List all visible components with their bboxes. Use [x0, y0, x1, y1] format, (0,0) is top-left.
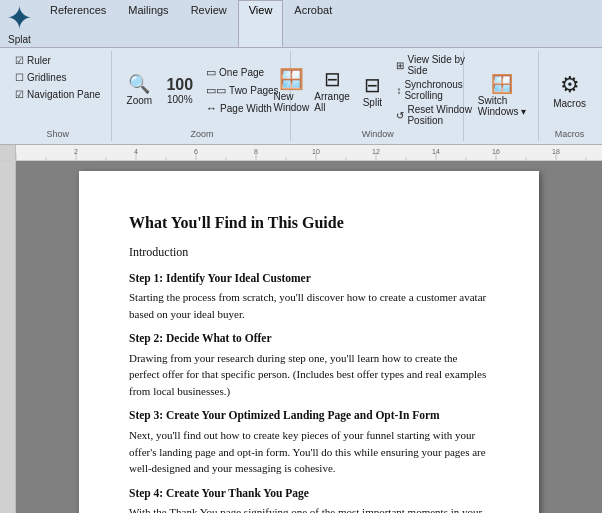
zoom-icon: 🔍	[128, 75, 150, 93]
svg-text:4: 4	[134, 148, 138, 155]
page-width-icon: ↔	[206, 102, 217, 114]
splat-button[interactable]: ✦ Splat	[0, 0, 39, 47]
sync-scroll-icon: ↕	[396, 85, 401, 96]
step4-body: With the Thank You page signifying one o…	[129, 504, 489, 513]
zoom-100-icon: 100	[166, 76, 193, 94]
svg-text:10: 10	[312, 148, 320, 155]
arrange-all-label: ArrangeAll	[314, 91, 350, 113]
checkbox-icon: ☑	[15, 55, 24, 66]
step3-body: Next, you'll find out how to create key …	[129, 427, 489, 477]
svg-text:14: 14	[432, 148, 440, 155]
document-area: What You'll Find in This Guide Introduct…	[0, 161, 602, 513]
side-by-side-icon: ⊞	[396, 60, 404, 71]
split-label: Split	[363, 97, 382, 108]
svg-text:6: 6	[194, 148, 198, 155]
two-pages-icon: ▭▭	[206, 84, 226, 97]
checkbox-icon-nav: ☑	[15, 89, 24, 100]
window-group-label: Window	[362, 127, 394, 139]
horizontal-ruler: 2 4 6 8 10 12 14 16 18	[16, 145, 602, 160]
switch-windows-button[interactable]: 🪟 SwitchWindows ▾	[472, 69, 532, 121]
one-page-icon: ▭	[206, 66, 216, 79]
step4-heading: Step 4: Create Your Thank You Page	[129, 485, 489, 502]
step2-body: Drawing from your research during step o…	[129, 350, 489, 400]
ruler-area: 2 4 6 8 10 12 14 16 18	[0, 145, 602, 161]
document-page: What You'll Find in This Guide Introduct…	[79, 171, 539, 513]
switch-group-content: 🪟 SwitchWindows ▾	[472, 53, 532, 137]
ribbon-tabs: ✦ Splat References Mailings Review View …	[0, 0, 602, 48]
group-zoom: 🔍 Zoom 100 100% ▭ One Page ▭▭ Two Pages	[114, 51, 290, 141]
svg-text:2: 2	[74, 148, 78, 155]
switch-windows-label: SwitchWindows ▾	[478, 95, 526, 117]
step1-heading: Step 1: Identify Your Ideal Customer	[129, 270, 489, 287]
ruler-corner	[0, 145, 16, 160]
ribbon-content: ☑ Ruler ☐ Gridlines ☑ Navigation Pane Sh…	[0, 48, 602, 144]
group-macros: ⚙ Macros Macros	[541, 51, 598, 141]
navpane-checkbox[interactable]: ☑ Navigation Pane	[10, 87, 105, 102]
zoom-label: Zoom	[127, 95, 153, 106]
split-button[interactable]: ⊟ Split	[353, 65, 391, 115]
arrange-all-icon: ⊟	[324, 67, 341, 91]
splat-icon: ✦	[6, 2, 33, 34]
tab-view[interactable]: View	[238, 0, 284, 47]
ruler-label: Ruler	[27, 55, 51, 66]
one-page-label: One Page	[219, 67, 264, 78]
splat-label: Splat	[8, 34, 31, 45]
intro-heading: Introduction	[129, 244, 489, 261]
svg-rect-0	[16, 145, 602, 160]
svg-text:8: 8	[254, 148, 258, 155]
ribbon: ✦ Splat References Mailings Review View …	[0, 0, 602, 145]
show-group-content: ☑ Ruler ☐ Gridlines ☑ Navigation Pane	[10, 53, 105, 127]
gridlines-label: Gridlines	[27, 72, 66, 83]
step2-heading: Step 2: Decide What to Offer	[129, 330, 489, 347]
svg-text:16: 16	[492, 148, 500, 155]
checkbox-icon-grid: ☐	[15, 72, 24, 83]
macros-button[interactable]: ⚙ Macros	[547, 65, 592, 115]
new-window-icon: 🪟	[279, 67, 304, 91]
tab-review[interactable]: Review	[180, 0, 238, 47]
ruler-checkbox[interactable]: ☑ Ruler	[10, 53, 56, 68]
group-show: ☑ Ruler ☐ Gridlines ☑ Navigation Pane Sh…	[4, 51, 112, 141]
zoom-100-label: 100%	[167, 94, 193, 105]
show-group-label: Show	[46, 127, 69, 139]
svg-text:18: 18	[552, 148, 560, 155]
navpane-label: Navigation Pane	[27, 89, 100, 100]
document-scroll[interactable]: What You'll Find in This Guide Introduct…	[16, 161, 602, 513]
switch-windows-icon: 🪟	[491, 73, 513, 95]
step3-heading: Step 3: Create Your Optimized Landing Pa…	[129, 407, 489, 424]
gridlines-checkbox[interactable]: ☐ Gridlines	[10, 70, 71, 85]
zoom-group-label: Zoom	[190, 127, 213, 139]
split-icon: ⊟	[364, 73, 381, 97]
reset-window-icon: ↺	[396, 110, 404, 121]
svg-text:12: 12	[372, 148, 380, 155]
zoom-100-button[interactable]: 100 100%	[160, 65, 199, 115]
window-group-content: 🪟 NewWindow ⊟ ArrangeAll ⊟ Split ⊞ View …	[272, 53, 484, 127]
new-window-button[interactable]: 🪟 NewWindow	[272, 63, 311, 117]
macros-group-label: Macros	[555, 127, 585, 139]
macros-label: Macros	[553, 98, 586, 109]
zoom-button[interactable]: 🔍 Zoom	[120, 65, 158, 115]
macros-icon: ⚙	[560, 72, 580, 98]
tab-references[interactable]: References	[39, 0, 117, 47]
arrange-all-button[interactable]: ⊟ ArrangeAll	[313, 63, 352, 117]
group-switch: 🪟 SwitchWindows ▾	[466, 51, 539, 141]
left-margin	[0, 161, 16, 513]
step1-body: Starting the process from scratch, you'l…	[129, 289, 489, 322]
document-title: What You'll Find in This Guide	[129, 211, 489, 234]
tab-mailings[interactable]: Mailings	[117, 0, 179, 47]
group-window: 🪟 NewWindow ⊟ ArrangeAll ⊟ Split ⊞ View …	[293, 51, 464, 141]
macros-group-content: ⚙ Macros	[547, 53, 592, 127]
page-width-label: Page Width	[220, 103, 272, 114]
zoom-group-content: 🔍 Zoom 100 100% ▭ One Page ▭▭ Two Pages	[120, 53, 283, 127]
tab-acrobat[interactable]: Acrobat	[283, 0, 343, 47]
new-window-label: NewWindow	[274, 91, 310, 113]
